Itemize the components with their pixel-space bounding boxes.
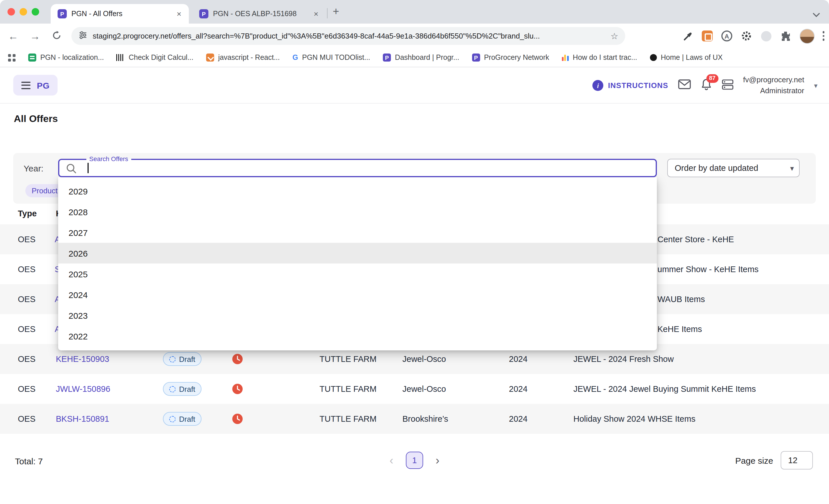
page-size-control: Page size	[735, 451, 813, 469]
total-count: Total: 7	[15, 456, 43, 466]
bookmark-item[interactable]: How do I start trac...	[562, 53, 637, 62]
analytics-icon	[562, 54, 569, 61]
tab-title: PGN - OES ALBP-151698	[213, 10, 308, 18]
pgn-favicon: P	[58, 9, 67, 18]
offer-link[interactable]: KEHE-150903	[56, 354, 109, 363]
tab-all-offers[interactable]: P PGN - All Offers ×	[51, 4, 189, 24]
year-option-highlighted[interactable]: 2026	[58, 243, 657, 264]
barcode-icon	[116, 54, 124, 61]
new-tab-button[interactable]: +	[333, 6, 339, 17]
order-by-value: Order by date updated	[675, 163, 758, 172]
banner-name: Brookshire’s	[402, 414, 448, 423]
bookmark-item[interactable]: javascript - React...	[206, 53, 280, 62]
a-circle-extension-icon[interactable]: A	[721, 30, 732, 42]
year-option[interactable]: 2025	[58, 264, 657, 284]
account-menu[interactable]: fv@progrocery.net Administrator	[743, 75, 804, 96]
instructions-link[interactable]: i INSTRUCTIONS	[592, 80, 668, 91]
order-by-select[interactable]: Order by date updated ▾	[667, 159, 800, 177]
status-label: Draft	[179, 415, 195, 423]
bookmark-label: ProGrocery Network	[484, 53, 549, 62]
draft-status-icon	[169, 416, 176, 422]
tab-divider	[327, 8, 328, 18]
pgn-favicon: P	[199, 9, 208, 18]
faded-extension-icon[interactable]	[760, 30, 772, 42]
pending-clock-icon	[232, 413, 243, 424]
sheet-icon	[28, 53, 36, 62]
close-tab-icon[interactable]: ×	[312, 9, 320, 18]
offer-year: 2024	[509, 414, 528, 423]
year-option[interactable]: 2024	[58, 284, 657, 305]
bookmark-item[interactable]: P Dashboard | Progr...	[383, 53, 459, 62]
address-bar[interactable]: staging2.progrocery.net/offers_all?searc…	[71, 27, 625, 45]
page-size-label: Page size	[735, 455, 773, 465]
offer-name-fragment: ummer Show - KeHE Items	[657, 265, 758, 274]
bookmark-item[interactable]: Check Digit Calcul...	[116, 53, 193, 62]
bookmark-star-icon[interactable]: ☆	[611, 31, 618, 41]
window-controls	[7, 8, 39, 15]
status-label: Draft	[179, 385, 195, 393]
year-option[interactable]: 2029	[58, 181, 657, 201]
hamburger-menu-icon[interactable]	[21, 81, 31, 89]
user-email: fv@progrocery.net	[743, 75, 804, 85]
menu-logo-button[interactable]: PG	[13, 75, 58, 95]
instructions-label: INSTRUCTIONS	[608, 81, 668, 90]
profile-avatar[interactable]	[799, 29, 814, 43]
current-page-button[interactable]: 1	[406, 452, 423, 469]
tab-title: PGN - All Offers	[71, 10, 170, 18]
year-option[interactable]: 2022	[58, 326, 657, 346]
account-caret-icon[interactable]: ▾	[814, 81, 818, 89]
close-window-button[interactable]	[7, 8, 15, 15]
bookmark-item[interactable]: P ProGrocery Network	[472, 53, 549, 62]
browser-window: P PGN - All Offers × P PGN - OES ALBP-15…	[0, 0, 829, 504]
vendor-name: TUTTLE FARM	[320, 354, 376, 363]
dns-list-icon[interactable]	[722, 79, 733, 92]
offer-year: 2024	[509, 354, 528, 363]
offer-type: OES	[18, 295, 35, 304]
orange-extension-icon[interactable]	[701, 30, 713, 42]
year-option[interactable]: 2028	[58, 201, 657, 222]
info-icon: i	[592, 80, 603, 91]
bookmark-label: PGN MUI TODOlist...	[302, 53, 370, 62]
product-chip-label: Product:	[32, 186, 60, 195]
tab-oes-albp[interactable]: P PGN - OES ALBP-151698 ×	[192, 4, 326, 24]
extension-icons: A	[682, 24, 824, 48]
pgn-favicon: P	[383, 53, 391, 62]
chrome-menu-icon[interactable]	[822, 31, 824, 41]
notifications-bell[interactable]: 87	[700, 78, 712, 93]
year-option[interactable]: 2027	[58, 222, 657, 243]
zoom-window-button[interactable]	[32, 8, 39, 15]
back-icon[interactable]: ←	[8, 31, 19, 41]
site-settings-icon[interactable]	[78, 30, 87, 42]
year-filter-label: Year:	[24, 163, 43, 173]
minimize-window-button[interactable]	[20, 8, 27, 15]
next-page-button[interactable]: ›	[429, 452, 446, 469]
vendor-name: TUTTLE FARM	[320, 414, 376, 423]
year-option[interactable]: 2023	[58, 305, 657, 326]
bookmark-item[interactable]: G PGN MUI TODOlist...	[292, 53, 370, 62]
page-size-input[interactable]	[781, 451, 813, 469]
tab-search-chevron-icon[interactable]	[813, 9, 820, 20]
reload-icon[interactable]	[52, 30, 62, 42]
bookmark-item[interactable]: Home | Laws of UX	[650, 53, 723, 62]
gear-extension-icon[interactable]	[741, 30, 752, 42]
search-offers-field[interactable]: Search Offers	[58, 159, 657, 177]
offer-link[interactable]: JWLW-150896	[56, 384, 110, 393]
extensions-puzzle-icon[interactable]	[780, 30, 791, 42]
search-offers-input[interactable]	[59, 160, 656, 176]
pagination: ‹ 1 ›	[383, 452, 446, 469]
mail-icon[interactable]	[678, 79, 691, 91]
apps-grid-icon[interactable]	[8, 54, 15, 61]
column-header-type: Type	[18, 209, 37, 218]
close-tab-icon[interactable]: ×	[175, 9, 183, 18]
bookmarks-bar: PGN - localization... Check Digit Calcul…	[0, 48, 829, 67]
offer-year: 2024	[509, 384, 528, 393]
eyedropper-icon[interactable]	[682, 30, 693, 42]
bookmark-item[interactable]: PGN - localization...	[28, 53, 104, 62]
offer-link[interactable]: BKSH-150891	[56, 414, 109, 423]
tab-strip: P PGN - All Offers × P PGN - OES ALBP-15…	[0, 0, 829, 24]
forward-icon[interactable]: →	[30, 31, 40, 41]
prev-page-button[interactable]: ‹	[383, 452, 400, 469]
status-chip: Draft	[163, 382, 202, 396]
offer-type: OES	[18, 384, 35, 393]
url-text[interactable]: staging2.progrocery.net/offers_all?searc…	[93, 32, 606, 40]
